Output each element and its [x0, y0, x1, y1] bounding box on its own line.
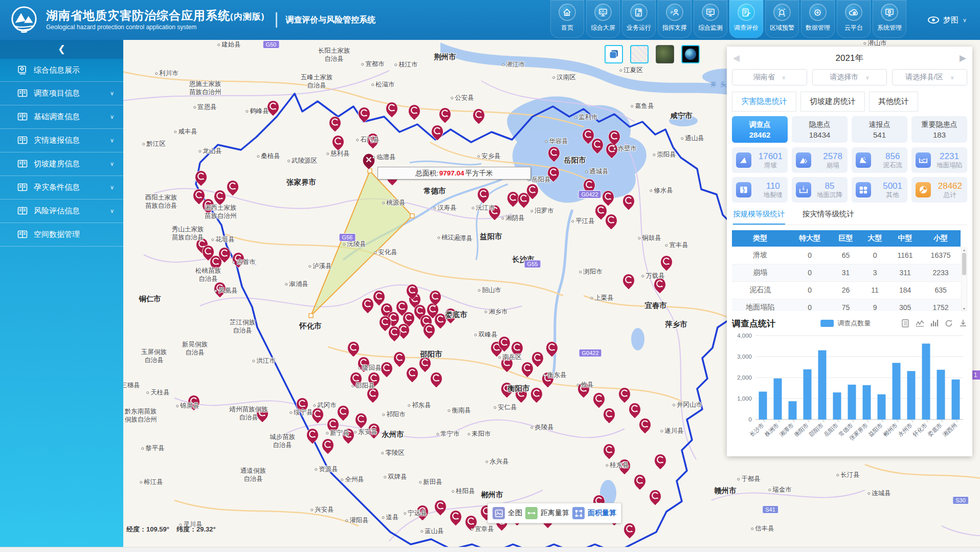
hazard-marker[interactable]: [629, 403, 641, 419]
hazard-marker[interactable]: [424, 324, 435, 340]
hazard-marker[interactable]: [606, 214, 617, 230]
subtab-按规模等级统计[interactable]: 按规模等级统计: [733, 209, 785, 225]
table-scrollbar[interactable]: ▲▼: [961, 248, 967, 311]
layers-button[interactable]: [605, 45, 623, 63]
region-select-0[interactable]: 湖南省∨: [732, 69, 807, 85]
hazard-marker[interactable]: [478, 188, 489, 204]
hazard-marker[interactable]: [501, 383, 513, 399]
bar-怀化市[interactable]: [922, 344, 930, 419]
hazard-marker[interactable]: [639, 418, 651, 434]
hazard-marker[interactable]: [604, 408, 615, 424]
data-view-icon[interactable]: [902, 319, 909, 327]
bar-郴州市[interactable]: [893, 363, 901, 419]
nav-item-系统管理[interactable]: 系统管理: [873, 0, 906, 38]
refresh-icon[interactable]: [945, 319, 953, 327]
hazard-marker[interactable]: [511, 342, 523, 358]
bar-邵阳市[interactable]: [818, 350, 827, 419]
hazard-marker[interactable]: [195, 171, 207, 187]
hazard-marker[interactable]: [445, 308, 457, 324]
region-select-1[interactable]: 请选择市∨: [812, 69, 887, 85]
bar-株洲市[interactable]: [774, 379, 782, 419]
bar-衡阳市[interactable]: [804, 369, 812, 419]
hazard-marker[interactable]: [381, 362, 393, 378]
全图-button[interactable]: 全图: [493, 507, 522, 519]
bar-常德市[interactable]: [848, 385, 856, 419]
hazard-marker[interactable]: [619, 459, 631, 475]
hazard-marker[interactable]: [322, 439, 334, 455]
sidebar-collapse-button[interactable]: ❮: [0, 40, 123, 58]
hazard-marker[interactable]: [473, 109, 485, 125]
hazard-marker[interactable]: [595, 205, 607, 220]
hazard-marker[interactable]: [312, 408, 324, 424]
nav-item-调查评价[interactable]: 调查评价: [729, 0, 763, 38]
hazard-marker[interactable]: [394, 352, 406, 368]
hazard-marker[interactable]: [431, 372, 442, 388]
stat-card-隐患点[interactable]: 隐患点18434: [792, 116, 848, 143]
globe-basemap-thumbnail[interactable]: [681, 45, 700, 63]
hazard-marker[interactable]: [214, 282, 226, 298]
line-chart-icon[interactable]: [916, 319, 924, 327]
street-basemap-thumbnail[interactable]: [630, 45, 649, 63]
hazard-marker[interactable]: [327, 418, 339, 434]
hazard-marker[interactable]: [332, 136, 344, 151]
hazard-marker[interactable]: [214, 190, 226, 206]
user-area[interactable]: 梦图 ∨: [928, 15, 967, 25]
hazard-marker[interactable]: [542, 372, 554, 388]
hazard-marker[interactable]: [368, 372, 380, 388]
bar-长沙市[interactable]: [759, 392, 767, 420]
hazard-marker[interactable]: [532, 352, 544, 368]
hazard-marker[interactable]: [188, 395, 200, 411]
hazard-marker[interactable]: [435, 314, 447, 329]
hazard-marker[interactable]: [516, 388, 527, 404]
hazard-marker[interactable]: [623, 195, 635, 211]
bar-益阳市[interactable]: [878, 394, 886, 419]
subtab-按灾情等级统计[interactable]: 按灾情等级统计: [803, 209, 855, 225]
sidebar-item-孕灾条件信息[interactable]: 孕灾条件信息∨: [0, 176, 123, 200]
hazard-marker[interactable]: [661, 256, 673, 272]
hazard-marker[interactable]: [348, 342, 360, 358]
nav-item-首页[interactable]: 首页: [550, 0, 584, 38]
hazard-marker[interactable]: [634, 475, 646, 491]
year-prev-button[interactable]: ◀: [733, 53, 740, 63]
hazard-marker[interactable]: [367, 388, 379, 404]
hazard-marker[interactable]: [578, 383, 590, 399]
download-icon[interactable]: [959, 319, 967, 327]
hazard-marker[interactable]: [624, 523, 636, 539]
hazard-marker[interactable]: [604, 444, 615, 460]
hazard-marker[interactable]: [355, 413, 367, 429]
hazard-marker[interactable]: [409, 105, 420, 121]
hazard-marker[interactable]: [386, 102, 398, 118]
bar-湘潭市[interactable]: [789, 401, 797, 419]
stat-card-重要隐患点[interactable]: 重要隐患点183: [911, 116, 967, 143]
hazard-marker[interactable]: [417, 505, 429, 521]
hazard-marker[interactable]: [531, 388, 543, 404]
nav-item-指挥支撑[interactable]: P指挥支撑: [658, 0, 692, 38]
sidebar-item-空间数据管理[interactable]: 空间数据管理: [0, 223, 123, 247]
bar-张家界市[interactable]: [863, 385, 871, 419]
hazard-marker[interactable]: [368, 424, 380, 439]
hazard-marker[interactable]: [623, 274, 635, 290]
bar-永州市[interactable]: [907, 371, 916, 419]
hazard-marker[interactable]: [338, 406, 349, 422]
hazard-marker[interactable]: [268, 101, 279, 117]
hazard-marker[interactable]: [501, 357, 513, 373]
year-next-button[interactable]: ▶: [960, 53, 966, 63]
hazard-marker[interactable]: [373, 291, 385, 306]
hazard-marker[interactable]: [367, 134, 379, 149]
sidebar-item-灾情速报信息[interactable]: 灾情速报信息∨: [0, 129, 123, 152]
bar-湘西州[interactable]: [952, 380, 960, 419]
距离量算-button[interactable]: 距离量算: [525, 507, 569, 519]
hazard-marker[interactable]: [358, 357, 370, 373]
nav-item-数据管理[interactable]: 数据管理: [801, 0, 835, 38]
sidebar-item-风险评估信息[interactable]: 风险评估信息∨: [0, 200, 123, 223]
sidebar-item-调查项目信息[interactable]: 调查项目信息∨: [0, 82, 123, 105]
hazard-marker[interactable]: [307, 429, 319, 445]
nav-item-业务运行[interactable]: 业务运行: [622, 0, 656, 38]
close-measure-marker[interactable]: [363, 153, 375, 170]
sidebar-item-综合信息展示[interactable]: 综合信息展示: [0, 58, 123, 82]
hazard-marker[interactable]: [435, 500, 447, 516]
hazard-marker[interactable]: [350, 372, 362, 388]
hazard-marker[interactable]: [655, 454, 666, 470]
hazard-marker[interactable]: [227, 181, 239, 196]
tab-切坡建房统计[interactable]: 切坡建房统计: [800, 92, 865, 112]
